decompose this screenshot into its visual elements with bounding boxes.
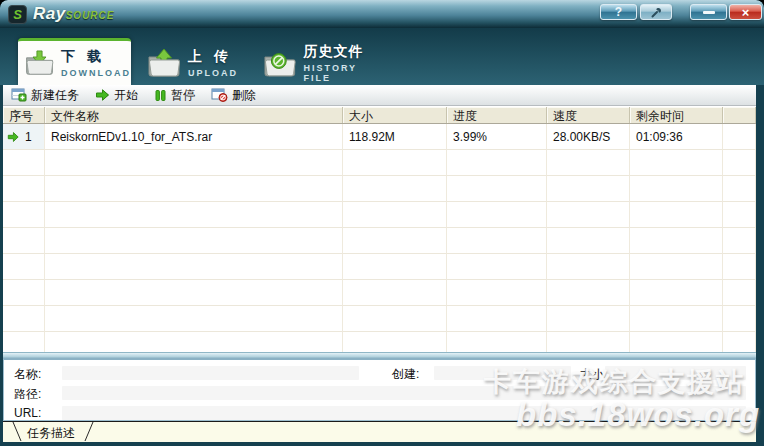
new-task-button[interactable]: 新建任务 [11, 87, 79, 104]
task-description-label: 任务描述 [27, 425, 75, 442]
delete-label: 删除 [232, 87, 256, 104]
tab-download-label: 下 载 [61, 48, 131, 66]
created-field [434, 366, 571, 380]
url-label: URL: [14, 406, 41, 420]
upload-folder-icon [146, 48, 182, 78]
table-body: 1 ReiskornEDv1.10_for_ATS.rar 118.92M 3.… [3, 124, 756, 352]
raysource-logo-icon: S [8, 5, 27, 24]
task-spacer-cell [723, 124, 756, 150]
empty-row [3, 202, 756, 228]
tab-upload-label: 上 传 [188, 48, 238, 66]
task-progress-cell: 3.99% [447, 124, 547, 150]
empty-row [3, 176, 756, 202]
task-no: 1 [25, 130, 32, 144]
column-header-remaining[interactable]: 剩余时间 [630, 107, 723, 123]
start-label: 开始 [114, 87, 138, 104]
task-size-cell: 118.92M [343, 124, 447, 150]
pause-button[interactable]: 暂停 [154, 87, 195, 104]
size-label: 大小: [580, 366, 607, 383]
empty-row [3, 254, 756, 280]
bottom-tabstrip: 任务描述 [3, 421, 756, 442]
column-header-speed[interactable]: 速度 [547, 107, 630, 123]
download-task-row[interactable]: 1 ReiskornEDv1.10_for_ATS.rar 118.92M 3.… [3, 124, 756, 150]
tab-history-sublabel: HISTORY FILE [304, 63, 388, 83]
empty-row [3, 280, 756, 306]
new-task-label: 新建任务 [31, 87, 79, 104]
download-folder-icon [24, 48, 55, 78]
empty-row [3, 150, 756, 176]
column-header-filename[interactable]: 文件名称 [45, 107, 343, 123]
column-header-size[interactable]: 大小 [343, 107, 447, 123]
minimize-button[interactable] [690, 4, 727, 20]
task-no-cell: 1 [3, 124, 45, 150]
tab-history-label: 历史文件 [304, 43, 388, 61]
empty-row [3, 228, 756, 254]
start-button[interactable]: 开始 [95, 87, 138, 104]
empty-row [3, 306, 756, 332]
column-header-progress[interactable]: 进度 [447, 107, 547, 123]
empty-row [3, 332, 756, 352]
url-field [62, 406, 746, 420]
task-details-panel: 名称: 创建: 大小: 路径: URL: [3, 358, 756, 421]
created-label: 创建: [392, 366, 419, 383]
task-filename-cell: ReiskornEDv1.10_for_ATS.rar [45, 124, 343, 150]
path-field [62, 386, 746, 400]
name-label: 名称: [14, 366, 41, 383]
wrench-icon [650, 6, 663, 19]
pause-icon [154, 89, 167, 102]
size-field [605, 366, 746, 380]
brand-name: RaySOURCE [33, 4, 114, 24]
column-header-spacer [723, 107, 756, 123]
delete-icon [211, 88, 228, 102]
column-header-no[interactable]: 序号 [3, 107, 45, 123]
delete-button[interactable]: 删除 [211, 87, 256, 104]
settings-button[interactable] [640, 4, 672, 20]
content-area: 新建任务 开始 暂停 [3, 85, 756, 442]
close-button[interactable]: × [729, 4, 762, 20]
close-icon: × [742, 5, 750, 20]
start-icon [95, 88, 110, 102]
help-button[interactable]: ? [600, 4, 637, 20]
titlebar: S RaySOURCE ? × [0, 0, 764, 28]
main-tabbar: 下 载 DOWNLOAD 上 传 UPLOAD [0, 28, 764, 85]
app-logo: S RaySOURCE [8, 4, 114, 24]
tab-task-description[interactable]: 任务描述 [11, 422, 95, 442]
history-folder-icon [262, 48, 298, 78]
minimize-icon [703, 11, 715, 14]
brand-suffix: SOURCE [66, 10, 115, 21]
tab-download-sublabel: DOWNLOAD [61, 68, 131, 78]
tab-download[interactable]: 下 载 DOWNLOAD [18, 38, 131, 85]
task-toolbar: 新建任务 开始 暂停 [3, 85, 756, 106]
new-task-icon [11, 88, 27, 102]
pause-label: 暂停 [171, 87, 195, 104]
tab-upload-sublabel: UPLOAD [188, 68, 238, 78]
name-field [62, 366, 359, 380]
raysource-window: S RaySOURCE ? × 下 载 DOWNLOAD [0, 0, 764, 446]
help-icon: ? [615, 5, 622, 19]
task-remaining-cell: 01:09:36 [630, 124, 723, 150]
tab-upload[interactable]: 上 传 UPLOAD [142, 44, 254, 82]
tab-history-file[interactable]: 历史文件 HISTORY FILE [258, 44, 388, 82]
downloading-arrow-icon [7, 131, 19, 143]
table-header: 序号 文件名称 大小 进度 速度 剩余时间 [3, 106, 756, 124]
path-label: 路径: [14, 386, 41, 403]
task-speed-cell: 28.00KB/S [547, 124, 630, 150]
